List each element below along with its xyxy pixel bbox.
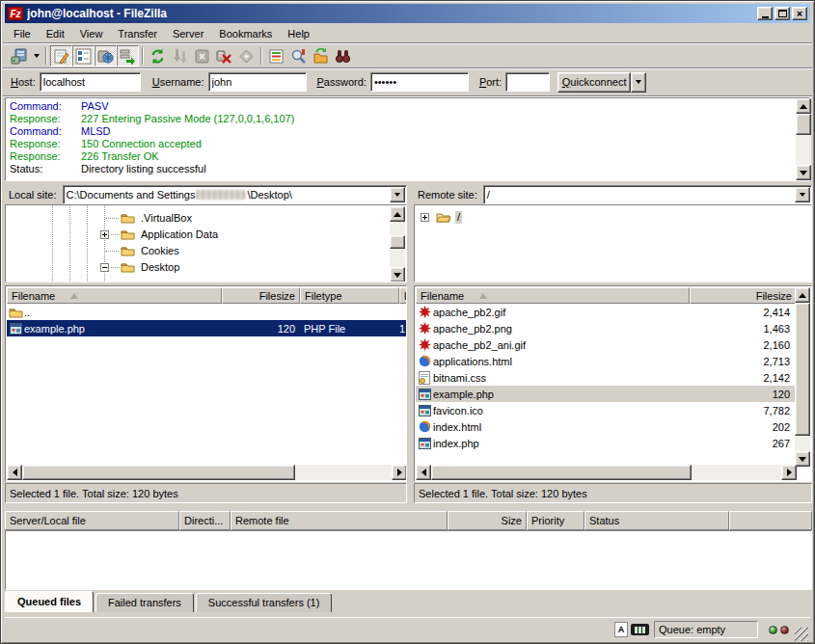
remote-site-combo-dropdown[interactable] (795, 187, 810, 202)
scroll-thumb[interactable] (22, 465, 295, 480)
local-file-row-selected[interactable]: example.php 120 PHP File 1 (7, 320, 407, 336)
remote-file-row[interactable]: favicon.ico 7,782 (416, 402, 797, 418)
column-header-filename[interactable]: Filename (7, 287, 222, 304)
scroll-down-button[interactable] (796, 165, 811, 180)
tab-failed-transfers[interactable]: Failed transfers (95, 593, 194, 612)
synchronized-browsing-button[interactable] (310, 45, 332, 67)
menu-view[interactable]: View (72, 26, 111, 41)
maximize-button[interactable] (774, 7, 790, 20)
remote-file-row[interactable]: applications.html 2,713 (416, 353, 797, 369)
remote-file-row-selected[interactable]: example.php 120 (416, 386, 797, 402)
vertical-splitter[interactable] (407, 184, 414, 503)
menu-transfer[interactable]: Transfer (110, 26, 165, 41)
tree-item-virtualbox[interactable]: .VirtualBox (6, 210, 406, 227)
queue-header: Server/Local file Directi... Remote file… (5, 511, 812, 530)
column-header-filesize[interactable]: Filesize (690, 287, 797, 304)
compare-directories-button[interactable] (287, 45, 310, 67)
tree-item-application-data[interactable]: Application Data (6, 227, 406, 243)
menu-edit[interactable]: Edit (39, 26, 72, 41)
column-header-filename[interactable]: Filename (416, 287, 690, 304)
local-site-combo[interactable]: C:\Documents and Settings\Desktop\ (63, 185, 407, 204)
scroll-up-button[interactable] (796, 98, 811, 114)
find-files-button[interactable] (332, 45, 354, 67)
scroll-left-button[interactable] (7, 465, 22, 480)
column-header-direction[interactable]: Directi... (179, 511, 231, 530)
menu-server[interactable]: Server (165, 26, 211, 41)
expand-plus-icon[interactable] (421, 213, 429, 222)
remote-list-vscrollbar[interactable] (795, 287, 810, 467)
column-header-modified[interactable]: L (399, 287, 407, 304)
remote-file-row[interactable]: index.php 267 (416, 435, 797, 451)
quickconnect-button[interactable]: Quickconnect (557, 72, 631, 93)
toggle-local-tree-button[interactable] (72, 45, 95, 67)
local-site-combo-dropdown[interactable] (390, 187, 405, 202)
scroll-left-button[interactable] (416, 465, 431, 480)
remote-list-hscrollbar[interactable] (416, 465, 797, 480)
collapse-minus-icon[interactable] (100, 263, 109, 272)
scroll-down-button[interactable] (795, 451, 810, 467)
column-header-remote-file[interactable]: Remote file (231, 511, 448, 530)
password-input[interactable] (370, 72, 469, 92)
reconnect-button[interactable] (235, 45, 258, 67)
scroll-right-button[interactable] (781, 465, 797, 480)
toggle-message-log-button[interactable] (50, 45, 72, 67)
title-bar[interactable]: Fz john@localhost - FileZilla × (5, 4, 810, 23)
directory-filters-button[interactable] (265, 45, 287, 67)
column-header-priority[interactable]: Priority (527, 511, 584, 530)
remote-file-row[interactable]: apache_pb2.png 1,463 (416, 320, 797, 336)
toggle-queue-button[interactable] (117, 45, 139, 67)
remote-site-combo[interactable]: / (483, 185, 812, 204)
tab-successful-transfers[interactable]: Successful transfers (1) (196, 593, 333, 612)
scroll-right-button[interactable] (392, 465, 407, 480)
tree-item-cookies[interactable]: Cookies (6, 243, 406, 259)
remote-file-row[interactable]: apache_pb2.gif 2,414 (416, 304, 797, 320)
resize-grip[interactable] (795, 628, 808, 641)
host-input[interactable] (40, 72, 141, 92)
local-list-hscrollbar[interactable] (7, 465, 407, 480)
username-input[interactable] (208, 72, 307, 92)
scroll-thumb[interactable] (796, 114, 811, 135)
scroll-thumb[interactable] (390, 235, 405, 249)
process-queue-button[interactable] (169, 45, 191, 67)
remote-file-row[interactable]: apache_pb2_ani.gif 2,160 (416, 336, 797, 353)
site-manager-dropdown[interactable] (30, 45, 42, 67)
toggle-remote-tree-button[interactable] (95, 45, 117, 67)
remote-file-row[interactable]: index.html 202 (416, 418, 797, 435)
refresh-button[interactable] (147, 45, 169, 67)
tree-item-label: Application Data (139, 228, 220, 241)
cancel-button[interactable] (191, 45, 213, 67)
log-text: 226 Transfer OK (81, 150, 159, 163)
local-tree-scrollbar[interactable] (390, 206, 405, 282)
minimize-button[interactable] (757, 7, 773, 20)
menu-bookmarks[interactable]: Bookmarks (211, 26, 280, 41)
filename-cell: apache_pb2.png (433, 323, 688, 335)
column-header-size[interactable]: Size (448, 511, 527, 530)
log-scrollbar[interactable] (796, 98, 811, 180)
menu-help[interactable]: Help (280, 26, 317, 41)
scroll-thumb[interactable] (431, 465, 692, 480)
parent-directory-row[interactable]: .. (7, 304, 407, 320)
scroll-down-button[interactable] (390, 267, 405, 282)
tree-item-root[interactable]: / (415, 209, 811, 226)
remote-file-row[interactable]: bitnami.css 2,142 (416, 369, 797, 386)
transfer-type-icon[interactable]: A (614, 622, 628, 637)
site-manager-button[interactable] (8, 45, 30, 67)
speed-limit-icon[interactable] (631, 624, 649, 635)
scroll-thumb[interactable] (795, 303, 810, 436)
column-header-status[interactable]: Status (584, 511, 729, 530)
quickconnect-dropdown[interactable] (631, 72, 646, 93)
column-header-filesize[interactable]: Filesize (222, 287, 300, 304)
scroll-up-button[interactable] (795, 287, 810, 303)
tree-item-desktop[interactable]: Desktop (6, 259, 406, 276)
disconnect-button[interactable] (213, 45, 235, 67)
local-tree-icon (75, 48, 92, 65)
arrow-up-icon (799, 293, 806, 298)
scroll-up-button[interactable] (390, 206, 405, 222)
port-input[interactable] (505, 72, 550, 92)
menu-file[interactable]: File (6, 26, 39, 41)
tab-queued-files[interactable]: Queued files (5, 591, 94, 612)
column-header-server-local-file[interactable]: Server/Local file (5, 511, 179, 530)
expand-plus-icon[interactable] (100, 230, 109, 239)
close-button[interactable]: × (792, 7, 807, 20)
column-header-filetype[interactable]: Filetype (300, 287, 399, 304)
